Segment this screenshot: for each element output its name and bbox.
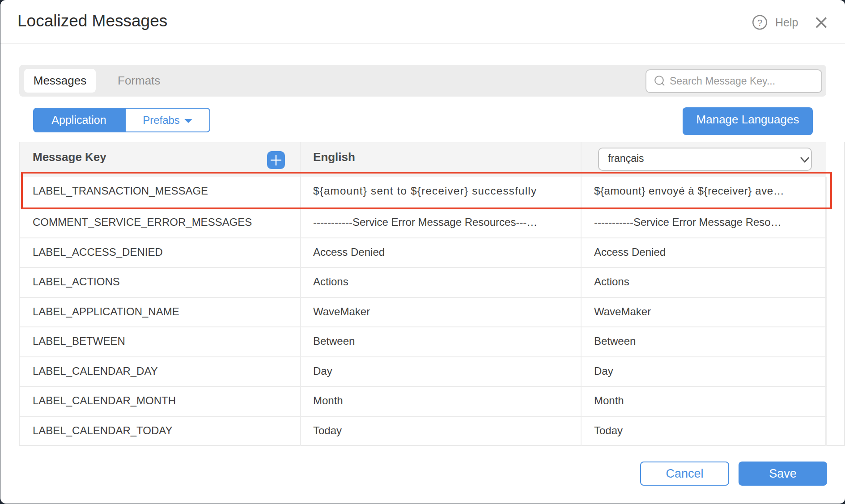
svg-text:?: ? — [757, 18, 762, 28]
